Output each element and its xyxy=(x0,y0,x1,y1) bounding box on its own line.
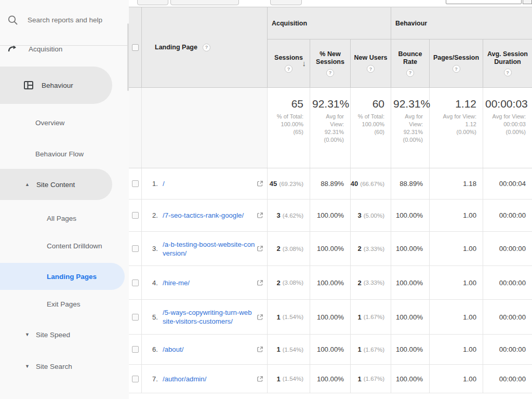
pages-session-cell: 1.00 xyxy=(430,232,483,265)
sidebar-item-label: Events xyxy=(36,397,57,399)
sidebar-item-exit-pages[interactable]: Exit Pages xyxy=(0,294,125,314)
summary-duration: 00:00:03 Avg for View:00:00:03(0.00%) xyxy=(483,88,532,168)
toolbar-button-partial[interactable] xyxy=(137,0,168,5)
row-number: 1. xyxy=(152,180,163,188)
sidebar-item-behaviour-flow[interactable]: Behaviour Flow xyxy=(0,143,125,164)
sidebar-item-all-pages[interactable]: All Pages xyxy=(0,208,125,229)
help-icon[interactable]: ? xyxy=(285,65,292,73)
summary-checkbox-cell xyxy=(129,88,142,168)
pages-session-cell: 1.00 xyxy=(430,266,483,299)
landing-page-link[interactable]: /author/admin/ xyxy=(163,375,206,383)
new-sessions-cell: 100.00% xyxy=(310,266,351,299)
sidebar-item-acquisition[interactable]: Acquisition xyxy=(0,45,129,57)
column-header-bounce-rate[interactable]: Bounce Rate ? xyxy=(391,39,430,87)
sidebar-item-site-search[interactable]: ▼ Site Search xyxy=(0,356,125,377)
landing-page-link[interactable]: /a-b-testing-boost-website-conversion/ xyxy=(163,240,255,258)
search-placeholder: Search reports and help xyxy=(28,16,102,24)
external-link-icon[interactable] xyxy=(257,280,263,286)
landing-page-cell: 3. /a-b-testing-boost-website-conversion… xyxy=(142,232,268,265)
acquisition-icon xyxy=(8,45,17,54)
sidebar-item-site-content[interactable]: ▲ Site Content xyxy=(0,169,112,200)
sidebar-item-behaviour[interactable]: Behaviour xyxy=(0,66,112,104)
pages-session-cell: 1.00 xyxy=(430,200,483,231)
external-link-icon[interactable] xyxy=(257,376,263,382)
help-icon[interactable]: ? xyxy=(326,69,334,77)
column-label: New Users xyxy=(354,54,388,62)
external-link-icon[interactable] xyxy=(257,346,263,353)
bounce-rate-cell: 100.00% xyxy=(391,200,430,231)
sidebar-item-label: Site Search xyxy=(36,363,72,370)
sidebar-item-label: Site Speed xyxy=(36,331,70,339)
help-icon[interactable]: ? xyxy=(406,69,414,77)
duration-cell: 00:00:00 xyxy=(483,365,532,393)
toolbar-button-partial[interactable] xyxy=(270,0,302,5)
toolbar-button-partial[interactable] xyxy=(170,0,239,5)
report-main: Landing Page ? Acquisition Behaviour Ses… xyxy=(129,0,532,399)
sidebar-item-label: Site Content xyxy=(36,181,75,189)
sidebar-item-overview[interactable]: Overview xyxy=(0,112,125,133)
help-icon[interactable]: ? xyxy=(367,65,375,73)
table-row: 3. /a-b-testing-boost-website-conversion… xyxy=(129,232,532,266)
search-input[interactable]: Search reports and help xyxy=(0,10,129,31)
help-icon[interactable]: ? xyxy=(203,44,210,51)
landing-page-link[interactable]: /about/ xyxy=(163,345,183,354)
row-checkbox[interactable] xyxy=(132,376,139,382)
new-sessions-cell: 100.00% xyxy=(310,365,351,393)
new-users-cell: 1(1.67%) xyxy=(351,365,391,393)
help-icon[interactable]: ? xyxy=(453,65,460,73)
behaviour-icon xyxy=(24,81,33,89)
landing-page-cell: 7. /author/admin/ xyxy=(142,365,268,393)
table-row: 7. /author/admin/ 1(1.54%) 100.00% 1(1.6… xyxy=(129,365,532,393)
sidebar-item-label: Behaviour Flow xyxy=(35,150,84,158)
column-label: Bounce Rate xyxy=(391,50,429,66)
table-body: 1. / 45(69.23%) 88.89% 40(66.67%) 88.89%… xyxy=(129,168,532,393)
column-header-new-users[interactable]: New Users ? xyxy=(351,39,391,87)
row-number: 5. xyxy=(152,313,163,321)
summary-bounce-rate: 92.31% Avg for View:92.31%(0.00%) xyxy=(391,88,430,168)
row-number: 7. xyxy=(152,375,163,383)
row-checkbox[interactable] xyxy=(132,314,139,321)
group-header-row: Acquisition Behaviour xyxy=(268,7,532,39)
landing-page-link[interactable]: /hire-me/ xyxy=(163,278,190,287)
row-number: 6. xyxy=(152,345,163,353)
external-link-icon[interactable] xyxy=(257,180,263,187)
column-header-avg-session-duration[interactable]: Avg. Session Duration ? xyxy=(483,39,532,87)
column-header-new-sessions[interactable]: % New Sessions ? xyxy=(310,39,351,87)
row-checkbox-cell xyxy=(129,232,142,265)
column-header-sessions[interactable]: Sessions ? ↓ xyxy=(268,39,310,87)
new-sessions-cell: 88.89% xyxy=(310,168,351,199)
table-row: 4. /hire-me/ 2(3.08%) 100.00% 2(3.33%) 1… xyxy=(129,266,532,300)
sort-descending-icon[interactable]: ↓ xyxy=(302,59,307,68)
new-users-cell: 3(5.00%) xyxy=(351,200,391,231)
row-checkbox[interactable] xyxy=(132,180,139,187)
row-checkbox[interactable] xyxy=(132,212,139,219)
row-checkbox[interactable] xyxy=(132,245,139,252)
table-search-button-partial[interactable] xyxy=(523,0,532,4)
column-header-pages-session[interactable]: Pages/Session ? xyxy=(430,39,483,87)
help-icon[interactable]: ? xyxy=(504,69,512,76)
summary-new-users: 60 % of Total:100.00%(60) xyxy=(351,88,391,168)
row-checkbox-cell xyxy=(129,365,142,393)
column-label: Landing Page xyxy=(155,44,197,51)
external-link-icon[interactable] xyxy=(257,314,263,321)
landing-page-link[interactable]: /7-seo-tactics-rank-google/ xyxy=(163,211,244,220)
sidebar-item-content-drilldown[interactable]: Content Drilldown xyxy=(0,235,125,256)
sessions-cell: 3(4.62%) xyxy=(268,200,310,231)
landing-page-header[interactable]: Landing Page ? xyxy=(142,7,268,87)
sidebar-item-landing-pages[interactable]: Landing Pages xyxy=(0,263,125,290)
summary-landing-cell xyxy=(142,88,268,168)
external-link-icon[interactable] xyxy=(257,212,263,219)
sidebar-item-events[interactable]: ▼ Events xyxy=(0,391,125,399)
row-checkbox[interactable] xyxy=(132,280,139,286)
landing-page-link[interactable]: / xyxy=(163,179,165,188)
table-search-input-partial[interactable] xyxy=(446,0,522,4)
select-all-checkbox[interactable] xyxy=(132,44,139,51)
landing-page-link[interactable]: /5-ways-copywriting-turn-website-visitor… xyxy=(163,308,255,326)
group-header-behaviour: Behaviour xyxy=(391,7,532,39)
row-checkbox[interactable] xyxy=(132,346,139,353)
sidebar: Search reports and help Acquisition Beha… xyxy=(0,0,129,399)
duration-cell: 00:00:04 xyxy=(483,168,532,199)
sidebar-item-site-speed[interactable]: ▼ Site Speed xyxy=(0,324,125,345)
external-link-icon[interactable] xyxy=(257,245,263,252)
bounce-rate-cell: 100.00% xyxy=(391,300,430,334)
